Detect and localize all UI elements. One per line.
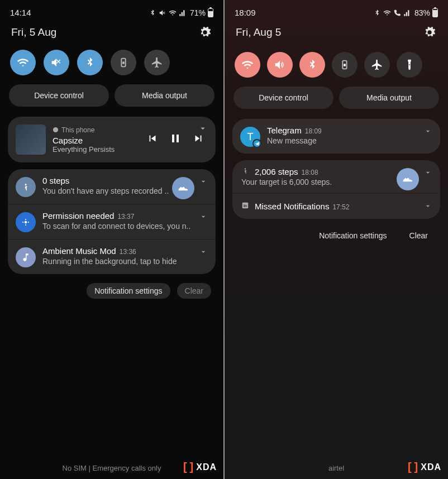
linkedin-icon: in — [241, 202, 249, 209]
settings-button[interactable] — [422, 25, 437, 40]
gear-icon — [423, 26, 436, 39]
battery-icon — [208, 8, 213, 17]
rotation-toggle[interactable] — [332, 52, 358, 78]
airplane-icon — [371, 59, 383, 71]
settings-button[interactable] — [198, 25, 212, 40]
pause-button[interactable] — [169, 132, 182, 147]
airplane-toggle[interactable] — [364, 52, 390, 78]
expand-button[interactable] — [198, 123, 208, 136]
bluetooth-toggle[interactable] — [77, 50, 103, 75]
expand-button[interactable] — [423, 202, 432, 213]
notification-settings-button[interactable]: Notification settings — [311, 228, 394, 243]
pause-icon — [169, 132, 182, 145]
svg-text:in: in — [244, 204, 247, 208]
notif-time: 13:36 — [120, 248, 136, 256]
pill-row: Device control Media output — [227, 84, 446, 116]
battery-icon — [432, 8, 438, 17]
flashlight-icon — [403, 59, 416, 71]
notif-title: Ambient Music Mod — [42, 246, 116, 256]
airplane-icon — [151, 56, 163, 69]
wifi-icon — [241, 59, 254, 71]
chevron-down-icon — [423, 202, 432, 210]
steps-action-button[interactable] — [172, 177, 194, 199]
skip-previous-icon — [146, 132, 159, 145]
expand-button[interactable] — [199, 212, 208, 223]
notification-ambient-music[interactable]: Ambient Music Mod 13:36 Running in the b… — [8, 240, 216, 274]
expand-button[interactable] — [423, 127, 432, 138]
portrait-lock-icon — [339, 59, 351, 71]
wifi-icon — [169, 9, 177, 17]
notification-list: 2,006 steps 18:08 Your target is 6,000 s… — [232, 160, 440, 219]
mute-icon — [50, 56, 63, 69]
status-icons: 71% — [149, 8, 213, 17]
mute-icon — [159, 9, 166, 17]
gear-icon — [199, 26, 211, 39]
notif-time: 18:09 — [305, 127, 322, 135]
previous-button[interactable] — [146, 132, 159, 147]
notif-title: 2,006 steps — [255, 167, 298, 176]
chevron-down-icon — [199, 212, 208, 221]
bluetooth-icon — [373, 9, 381, 17]
svg-point-4 — [25, 221, 27, 224]
chevron-down-icon — [199, 177, 208, 186]
expand-button[interactable] — [199, 247, 208, 258]
media-info: This phone Capsize Everything Persists — [53, 126, 140, 154]
date-label: Fri, Aug 5 — [236, 26, 422, 39]
svg-rect-6 — [344, 64, 346, 66]
bluetooth-app-icon — [16, 212, 36, 232]
notification-permission[interactable]: Permission needed 13:37 To scan for and … — [8, 204, 216, 240]
clear-button[interactable]: Clear — [402, 228, 436, 243]
rotation-toggle[interactable] — [111, 50, 136, 75]
airplane-toggle[interactable] — [144, 50, 170, 75]
media-title: Capsize — [53, 136, 140, 145]
notification-footer: Notification settings Clear — [227, 222, 446, 249]
battery-percent: 71% — [190, 8, 206, 17]
expand-button[interactable] — [423, 168, 432, 179]
steps-action-button[interactable] — [397, 168, 419, 190]
media-player-card[interactable]: This phone Capsize Everything Persists — [8, 117, 216, 162]
notif-title: Telegram — [267, 126, 302, 135]
album-art — [16, 124, 46, 155]
bluetooth-icon — [84, 56, 96, 69]
quick-toggles — [227, 47, 446, 84]
notification-linkedin[interactable]: in Missed Notifications 17:52 — [232, 194, 440, 219]
media-output-button[interactable]: Media output — [115, 84, 215, 107]
status-bar: 18:09 83% — [227, 0, 446, 20]
notification-steps[interactable]: 2,006 steps 18:08 Your target is 6,000 s… — [232, 160, 440, 194]
svg-point-2 — [53, 127, 58, 132]
notification-settings-button[interactable]: Notification settings — [87, 283, 170, 299]
date-row: Fri, Aug 5 — [227, 20, 446, 47]
volume-icon — [274, 59, 286, 71]
phone-left: 14:14 71% Fri, 5 Aug Device control Medi… — [0, 0, 223, 479]
music-note-icon — [21, 252, 31, 262]
clear-button[interactable]: Clear — [177, 283, 211, 299]
telegram-notification-card[interactable]: T Telegram 18:09 New message — [232, 119, 440, 154]
telegram-app-icon: T — [240, 127, 260, 147]
chevron-down-icon — [423, 168, 432, 177]
xda-watermark: [] XDA — [183, 461, 217, 473]
notif-time: 13:37 — [117, 213, 134, 221]
wifi-toggle[interactable] — [10, 50, 36, 75]
sound-toggle[interactable] — [267, 52, 293, 78]
spotify-icon — [53, 127, 59, 133]
signal-icon — [179, 9, 187, 17]
notification-steps[interactable]: 0 steps You don't have any steps recorde… — [8, 169, 216, 204]
bluetooth-icon — [149, 9, 156, 17]
device-control-button[interactable]: Device control — [9, 84, 109, 107]
notif-message: To scan for and connect to devices, you … — [42, 222, 208, 231]
media-output-button[interactable]: Media output — [339, 87, 439, 109]
wifi-toggle[interactable] — [235, 52, 260, 78]
wifi-icon — [383, 9, 391, 17]
notification-list: 0 steps You don't have any steps recorde… — [8, 169, 216, 274]
device-control-button[interactable]: Device control — [233, 87, 333, 109]
status-bar: 14:14 71% — [2, 0, 221, 20]
flashlight-toggle[interactable] — [397, 52, 422, 78]
xda-watermark: [] XDA — [408, 461, 441, 473]
svg-point-7 — [245, 168, 246, 169]
notif-title: Permission needed — [42, 211, 114, 221]
expand-button[interactable] — [199, 177, 208, 188]
pill-row: Device control Media output — [2, 82, 221, 113]
bluetooth-toggle[interactable] — [299, 52, 325, 78]
status-time: 18:09 — [235, 8, 256, 17]
sound-toggle[interactable] — [44, 50, 69, 75]
